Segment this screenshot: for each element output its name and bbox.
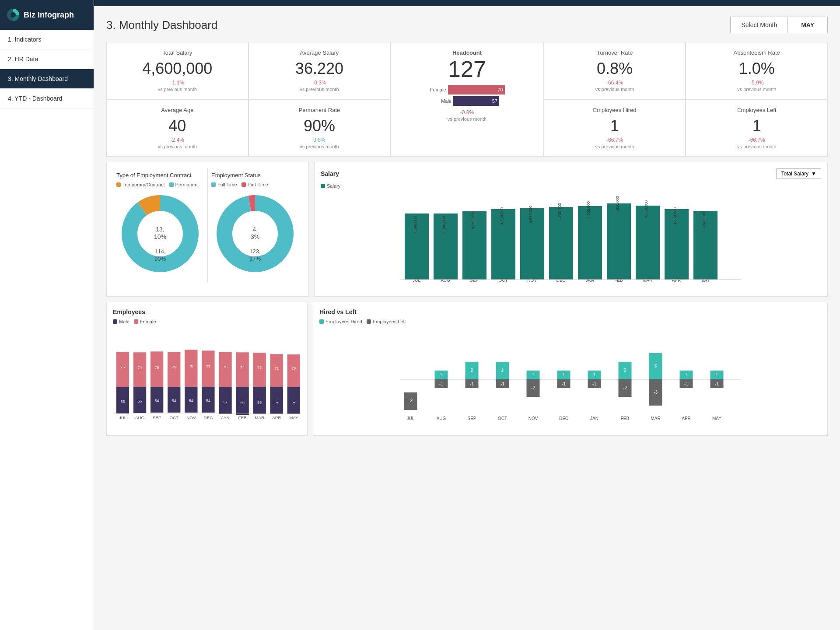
month-selector[interactable]: Select Month MAY bbox=[730, 17, 828, 33]
legend-temporary-label: Temporary/Contract bbox=[122, 182, 165, 187]
emp-label-mar-male: 58 bbox=[257, 400, 262, 405]
kpi-row-4: Employees Hired 1 -66.7% vs previous mon… bbox=[544, 99, 828, 157]
emp-label-may-male: 57 bbox=[291, 400, 296, 404]
employees-bar-chart: 75 56 JUL 74 55 AUG 76 54 SEP bbox=[113, 327, 301, 427]
salary-bar-chart: 4,500,000 JUL 4,500,000 AUG 4,580,000 SE… bbox=[321, 192, 821, 288]
emp-label-feb-male: 59 bbox=[240, 401, 245, 405]
salary-chart-title: Salary bbox=[321, 170, 339, 177]
kpi-row-2: Average Age 40 -2.4% vs previous month P… bbox=[106, 99, 390, 157]
kpi-turnover-rate: Turnover Rate 0.8% -66.4% vs previous mo… bbox=[544, 42, 686, 99]
kpi-headcount: Headcount 127 Female 70 Male 57 bbox=[390, 42, 544, 157]
hvl-nov-left-label: -2 bbox=[531, 385, 535, 390]
kpi-left: Total Salary 4,600,000 -1.1% vs previous… bbox=[106, 42, 390, 157]
kpi-row-1: Total Salary 4,600,000 -1.1% vs previous… bbox=[106, 42, 390, 99]
headcount-bars: Female 70 Male 57 bbox=[396, 85, 538, 108]
employment-charts: Type of Employment Contract Temporary/Co… bbox=[106, 162, 309, 297]
bar-sep-label: 4,580,000 bbox=[471, 212, 475, 229]
month-value[interactable]: MAY bbox=[788, 17, 827, 33]
salary-legend-item: Salary bbox=[321, 183, 340, 189]
legend-parttime-label: Part Time bbox=[248, 182, 268, 187]
svg-text:97%: 97% bbox=[249, 256, 261, 262]
kpi-average-salary: Average Salary 36.220 -0.3% vs previous … bbox=[248, 42, 391, 99]
emp-label-oct-male: 54 bbox=[172, 399, 176, 403]
emp-label-sep-female: 76 bbox=[155, 365, 159, 370]
svg-point-1 bbox=[10, 12, 16, 18]
sidebar-item-hr-data[interactable]: 2. HR Data bbox=[0, 49, 94, 69]
hvl-oct-left-label: -1 bbox=[500, 382, 504, 386]
svg-text:90%: 90% bbox=[154, 256, 166, 262]
headcount-value: 127 bbox=[448, 58, 486, 80]
emp-label-jan-female: 75 bbox=[223, 365, 228, 369]
bar-mar-label: 4,760,000 bbox=[644, 200, 648, 218]
emp-label-sep-male: 54 bbox=[155, 399, 159, 403]
emp-month-jan: JAN bbox=[221, 415, 229, 420]
top-bar bbox=[94, 0, 840, 6]
month-nov: NOV bbox=[527, 278, 537, 283]
hvl-month-may: MAY bbox=[712, 416, 721, 421]
left-legend-dot bbox=[367, 319, 371, 324]
salary-dropdown[interactable]: Total Salary ▼ bbox=[776, 168, 821, 179]
legend-parttime: Part Time bbox=[242, 182, 268, 187]
status-legend: Full Time Part Time bbox=[211, 182, 299, 187]
svg-text:4,: 4, bbox=[252, 226, 258, 233]
bar-dec-label: 4,730,000 bbox=[557, 203, 562, 220]
sidebar-item-ytd-dashboard[interactable]: 4. YTD - Dashboard bbox=[0, 89, 94, 108]
content-area: 3. Monthly Dashboard Select Month MAY To… bbox=[94, 6, 840, 446]
month-jan: JAN bbox=[586, 278, 594, 283]
male-label: Male bbox=[435, 98, 452, 104]
female-bar: 70 bbox=[448, 85, 505, 94]
hvl-apr-hired-label: 1 bbox=[685, 372, 688, 377]
male-legend-label: Male bbox=[119, 319, 130, 324]
bar-aug-label: 4,500,000 bbox=[442, 216, 446, 234]
emp-month-oct: OCT bbox=[169, 415, 178, 420]
status-chart-title: Employment Status bbox=[211, 172, 299, 178]
headcount-sub: vs previous month bbox=[448, 116, 486, 122]
female-value: 70 bbox=[497, 87, 503, 92]
bar-feb-label: 4,810,000 bbox=[615, 196, 620, 214]
sidebar-item-indicators[interactable]: 1. Indicators bbox=[0, 30, 94, 49]
emp-month-may: MAY bbox=[289, 415, 298, 420]
emp-label-apr-female: 71 bbox=[274, 366, 279, 371]
legend-male: Male bbox=[113, 319, 130, 324]
sidebar-item-monthly-dashboard[interactable]: 3. Monthly Dashboard bbox=[0, 69, 94, 89]
select-month-label[interactable]: Select Month bbox=[731, 17, 788, 33]
emp-label-may-female: 70 bbox=[291, 366, 296, 371]
emp-month-jul: JUL bbox=[119, 415, 127, 420]
hvl-jul-left-label: -2 bbox=[409, 398, 413, 403]
svg-text:3%: 3% bbox=[251, 233, 259, 240]
emp-label-oct-female: 75 bbox=[172, 365, 176, 369]
female-label: Female bbox=[430, 87, 446, 92]
legend-left: Employees Left bbox=[367, 319, 406, 324]
emp-month-dec: DEC bbox=[204, 415, 213, 420]
month-oct: OCT bbox=[498, 278, 508, 283]
hired-legend-dot bbox=[319, 319, 324, 324]
month-aug: AUG bbox=[441, 278, 450, 283]
legend-permanent-label: Permanent bbox=[175, 182, 199, 187]
hvl-title: Hired vs Left bbox=[319, 308, 821, 315]
kpi-section: Total Salary 4,600,000 -1.1% vs previous… bbox=[106, 42, 828, 157]
hvl-may-hired-label: 1 bbox=[716, 372, 718, 377]
donut-charts-container: Type of Employment Contract Temporary/Co… bbox=[113, 168, 302, 283]
bar-jan-label: 4,750,000 bbox=[586, 201, 591, 219]
month-feb: FEB bbox=[614, 278, 623, 283]
emp-month-apr: APR bbox=[272, 415, 281, 420]
kpi-row-3: Turnover Rate 0.8% -66.4% vs previous mo… bbox=[544, 42, 828, 99]
permanent-dot bbox=[169, 182, 174, 187]
main-content: 3. Monthly Dashboard Select Month MAY To… bbox=[94, 0, 840, 630]
hvl-may-left-label: -1 bbox=[715, 382, 719, 386]
legend-permanent: Permanent bbox=[169, 182, 199, 187]
hvl-jan-left-label: -1 bbox=[592, 382, 596, 386]
hvl-jan-hired-label: 1 bbox=[593, 372, 596, 377]
kpi-permanent-rate: Permanent Rate 90% 0.8% vs previous mont… bbox=[248, 99, 391, 157]
salary-chart-header: Salary Total Salary ▼ bbox=[321, 168, 821, 179]
hvl-mar-left-label: -3 bbox=[654, 390, 658, 395]
headcount-change: -0.8% bbox=[460, 109, 474, 116]
charts-row-2: Employees Male Female bbox=[106, 302, 828, 436]
hvl-oct-hired-label: 2 bbox=[501, 368, 504, 373]
hvl-nov-hired-label: 1 bbox=[532, 372, 535, 377]
emp-month-nov: NOV bbox=[186, 415, 196, 420]
bar-jul-label: 4,500,000 bbox=[413, 216, 417, 234]
month-dec: DEC bbox=[556, 278, 565, 283]
hvl-month-aug: AUG bbox=[437, 416, 446, 421]
hvl-month-jan: JAN bbox=[590, 416, 598, 421]
